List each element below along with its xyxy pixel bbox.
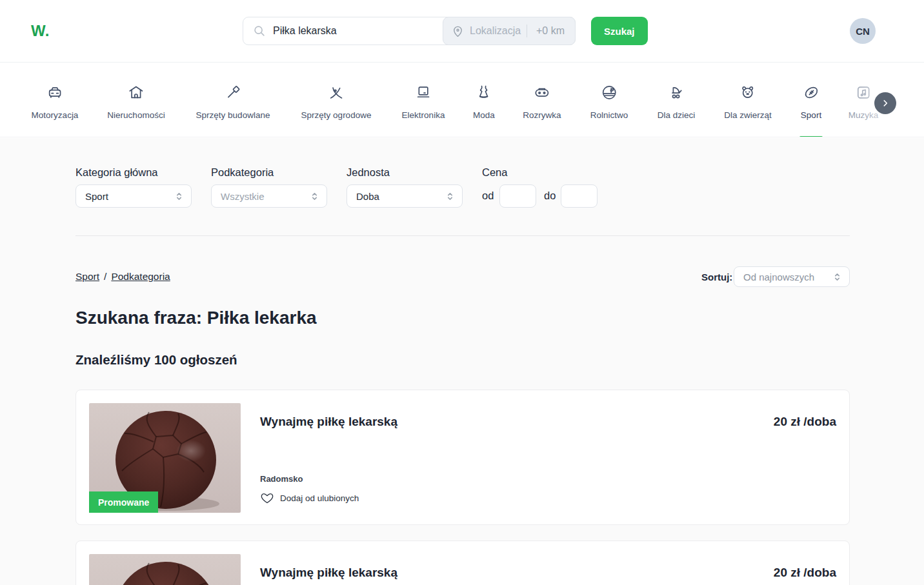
select-chevrons-icon (310, 192, 319, 201)
stroller-icon (668, 84, 685, 104)
nav-item-label: Moda (473, 110, 495, 120)
search-bar: +0 km Szukaj (243, 17, 648, 45)
radius-value[interactable]: +0 km (531, 25, 565, 37)
listing-price: 20 zł /doba (774, 566, 836, 580)
field-icon (601, 84, 618, 104)
search-button[interactable]: Szukaj (591, 17, 648, 45)
search-icon (252, 24, 266, 38)
price-from-label: od (482, 190, 494, 202)
page: W. +0 (0, 0, 924, 585)
nav-scroll-next-button[interactable] (874, 92, 896, 114)
nav-item-rozrywka[interactable]: Rozrywka (523, 84, 561, 120)
header: W. +0 (0, 0, 924, 63)
filters-divider (75, 235, 850, 236)
subcategory-select-value: Wszystkie (221, 191, 310, 202)
laptop-icon (414, 84, 432, 104)
nav-item-label: Dla dzieci (658, 110, 696, 120)
listing-card[interactable]: Promowane Wynajmę piłkę lekarską 20 zł /… (75, 390, 850, 525)
nav-item-motoryzacja[interactable]: Motoryzacja (32, 84, 79, 120)
logo[interactable]: W. (31, 22, 50, 40)
listing-location: Radomsko (260, 474, 303, 484)
nav-item-label: Sprzęty budowlane (196, 110, 270, 120)
promoted-badge: Promowane (89, 491, 158, 513)
nav-item-nieruchomosci[interactable]: Nieruchomości (107, 84, 165, 120)
nav-item-moda[interactable]: Moda (473, 84, 495, 120)
sort-select-value: Od najnowszych (743, 272, 833, 283)
listing-image (89, 554, 241, 585)
gamepad-icon (533, 84, 550, 104)
car-icon (46, 84, 64, 104)
breadcrumb-link-podkategoria[interactable]: Podkategoria (111, 271, 170, 282)
sort-label: Sortuj: (701, 272, 732, 283)
select-chevrons-icon (833, 272, 841, 282)
dress-icon (476, 84, 493, 104)
main-content: Kategoria główna Podkategoria Jednosta C… (0, 138, 924, 585)
unit-select-value: Doba (356, 191, 446, 202)
category-nav: Motoryzacja Nieruchomości Sprzęty budowl… (0, 63, 924, 137)
price-to-label: do (544, 190, 556, 202)
rugby-ball-icon (803, 84, 820, 104)
house-icon (128, 84, 145, 104)
active-underline (799, 136, 823, 137)
add-to-favorites-label: Dodaj od ulubionych (280, 493, 359, 503)
page-title: Szukana fraza: Piłka lekarka (75, 308, 317, 328)
nav-item-label: Nieruchomości (107, 110, 165, 120)
listing-price: 20 zł /doba (774, 415, 836, 429)
listing-title: Wynajmę piłkę lekarską (260, 415, 397, 429)
subcategory-select[interactable]: Wszystkie (211, 184, 327, 208)
price-from-input[interactable] (499, 184, 536, 208)
nav-item-label: Dla zwierząt (724, 110, 772, 120)
location-pin-icon (451, 25, 465, 38)
breadcrumb-separator: / (104, 271, 106, 282)
category-select-value: Sport (85, 191, 175, 202)
avatar[interactable]: CN (850, 18, 876, 44)
search-field[interactable]: +0 km (243, 17, 576, 45)
nav-item-dla-zwierzat[interactable]: Dla zwierząt (724, 84, 772, 120)
nav-item-sprzety-budowlane[interactable]: Sprzęty budowlane (196, 84, 270, 120)
nav-item-rolnictwo[interactable]: Rolnictwo (590, 84, 628, 120)
location-divider (527, 25, 527, 37)
add-to-favorites[interactable]: Dodaj od ulubionych (260, 491, 359, 505)
filter-price-label: Cena (482, 166, 507, 179)
listing-title: Wynajmę piłkę lekarską (260, 566, 397, 580)
nav-item-label: Rozrywka (523, 110, 561, 120)
nav-item-label: Motoryzacja (32, 110, 79, 120)
listing-card[interactable]: Wynajmę piłkę lekarską 20 zł /doba (75, 540, 850, 585)
dog-icon (739, 84, 757, 104)
filter-unit-label: Jednosta (346, 166, 390, 179)
price-to-input[interactable] (561, 184, 598, 208)
nav-item-sport[interactable]: Sport (799, 84, 823, 137)
heart-icon (260, 491, 274, 505)
location-input[interactable] (465, 25, 527, 37)
chevron-right-icon (880, 98, 890, 108)
sort-select[interactable]: Od najnowszych (734, 266, 850, 287)
breadcrumb: Sport/Podkategoria (75, 271, 170, 283)
filter-category-label: Kategoria główna (75, 166, 158, 179)
select-chevrons-icon (446, 192, 454, 201)
nav-item-label: Sprzęty ogrodowe (301, 110, 372, 120)
unit-select[interactable]: Doba (346, 184, 463, 208)
nav-item-label: Rolnictwo (590, 110, 628, 120)
nav-item-label: Elektronika (402, 110, 445, 120)
results-count: Znaleźliśmy 100 ogłoszeń (75, 352, 237, 368)
shears-icon (328, 84, 345, 104)
nav-item-label: Sport (801, 110, 821, 120)
nav-item-dla-dzieci[interactable]: Dla dzieci (658, 84, 696, 120)
select-chevrons-icon (175, 192, 183, 201)
breadcrumb-link-sport[interactable]: Sport (75, 271, 99, 282)
category-select[interactable]: Sport (75, 184, 192, 208)
nav-item-elektronika[interactable]: Elektronika (402, 84, 445, 120)
hammer-icon (224, 84, 241, 104)
nav-item-sprzety-ogrodowe[interactable]: Sprzęty ogrodowe (301, 84, 372, 120)
location-box[interactable]: +0 km (443, 17, 576, 45)
search-input[interactable] (266, 25, 441, 37)
filter-subcategory-label: Podkategoria (211, 166, 274, 179)
